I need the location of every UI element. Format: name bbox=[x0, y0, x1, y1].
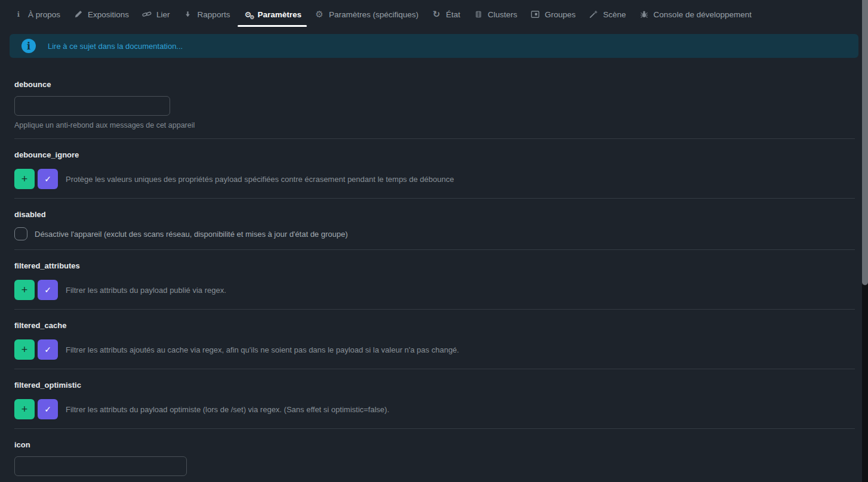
tab-settings-specific[interactable]: ⚙ Paramètres (spécifiques) bbox=[308, 0, 425, 29]
tab-reporting[interactable]: Rapports bbox=[177, 0, 237, 29]
tab-clusters[interactable]: Clusters bbox=[467, 0, 524, 29]
download-icon bbox=[183, 10, 193, 19]
field-label: icon bbox=[14, 440, 855, 449]
apply-button[interactable]: ✓ bbox=[38, 169, 58, 189]
tab-scene[interactable]: Scène bbox=[582, 0, 632, 29]
film-icon bbox=[473, 10, 483, 19]
add-item-button[interactable]: + bbox=[14, 280, 35, 300]
tab-about[interactable]: i À propos bbox=[7, 0, 67, 29]
field-label: disabled bbox=[14, 210, 855, 219]
tab-groups[interactable]: Groupes bbox=[524, 0, 583, 29]
field-filtered_cache: filtered_cache + ✓ Filtrer les attributs… bbox=[14, 310, 855, 360]
bug-icon bbox=[639, 10, 649, 19]
check-icon: ✓ bbox=[44, 175, 51, 183]
apply-button[interactable]: ✓ bbox=[38, 399, 58, 419]
link-icon bbox=[142, 10, 152, 19]
field-label: debounce bbox=[14, 80, 855, 89]
sync-icon: ↻ bbox=[432, 10, 441, 19]
tab-exposes[interactable]: Expositions bbox=[67, 0, 136, 29]
device-settings-form: debounce Applique un anti-rebond aux mes… bbox=[0, 69, 868, 482]
field-description: Protège les valeurs uniques des propriét… bbox=[66, 175, 454, 184]
debounce-input[interactable] bbox=[14, 96, 170, 116]
field-label: filtered_cache bbox=[14, 321, 855, 330]
apply-button[interactable]: ✓ bbox=[38, 280, 58, 300]
add-item-button[interactable]: + bbox=[14, 169, 35, 189]
apply-button[interactable]: ✓ bbox=[38, 339, 58, 360]
field-filtered_attributes: filtered_attributes + ✓ Filtrer les attr… bbox=[14, 250, 855, 300]
field-description: Filtrer les attributs du payload optimis… bbox=[66, 405, 389, 414]
gear-icon: ⚙ bbox=[315, 10, 324, 19]
field-label: filtered_optimistic bbox=[14, 381, 855, 390]
field-label: filtered_attributes bbox=[14, 261, 855, 270]
field-description: Désactive l'appareil (exclut des scans r… bbox=[35, 230, 348, 239]
check-icon: ✓ bbox=[44, 405, 51, 413]
check-icon: ✓ bbox=[44, 286, 51, 294]
scrollbar-thumb[interactable] bbox=[862, 0, 868, 285]
scrollbar-track[interactable] bbox=[862, 0, 868, 482]
field-description: Filtrer les attributs ajoutés au cache v… bbox=[66, 345, 459, 354]
field-description: Filtrer les attributs du payload publié … bbox=[66, 286, 226, 295]
check-icon: ✓ bbox=[44, 345, 51, 354]
field-filtered_optimistic: filtered_optimistic + ✓ Filtrer les attr… bbox=[14, 369, 855, 419]
wand-icon bbox=[589, 10, 598, 19]
field-debounce: debounce Applique un anti-rebond aux mes… bbox=[14, 69, 855, 129]
add-item-button[interactable]: + bbox=[14, 339, 35, 360]
field-description: Applique un anti-rebond aux messages de … bbox=[14, 121, 855, 129]
add-item-button[interactable]: + bbox=[14, 399, 35, 419]
icon-input[interactable] bbox=[14, 456, 187, 476]
image-icon bbox=[531, 10, 540, 19]
tab-bind[interactable]: Lier bbox=[136, 0, 177, 29]
field-debounce_ignore: debounce_ignore + ✓ Protège les valeurs … bbox=[14, 139, 855, 189]
info-icon: i bbox=[14, 10, 23, 19]
gears-icon: ⚙⚙ bbox=[243, 10, 253, 19]
field-disabled: disabled Désactive l'appareil (exclut de… bbox=[14, 199, 855, 240]
tab-settings[interactable]: ⚙⚙ Paramètres bbox=[236, 0, 308, 29]
info-circle-icon: i bbox=[21, 39, 36, 53]
field-label: debounce_ignore bbox=[14, 150, 855, 159]
pencil-icon bbox=[73, 10, 83, 19]
tab-state[interactable]: ↻ État bbox=[425, 0, 467, 29]
svg-text:i: i bbox=[17, 10, 20, 18]
field-icon: icon Icône d'appareil définie par l'util… bbox=[14, 429, 855, 482]
device-page-tabs: i À propos Expositions Lier Rapports ⚙⚙ … bbox=[0, 0, 868, 29]
disabled-checkbox[interactable] bbox=[14, 227, 27, 240]
documentation-link[interactable]: Lire à ce sujet dans la documentation... bbox=[48, 42, 183, 51]
tab-dev-console[interactable]: Console de développement bbox=[633, 0, 758, 29]
documentation-banner: i Lire à ce sujet dans la documentation.… bbox=[10, 34, 858, 58]
